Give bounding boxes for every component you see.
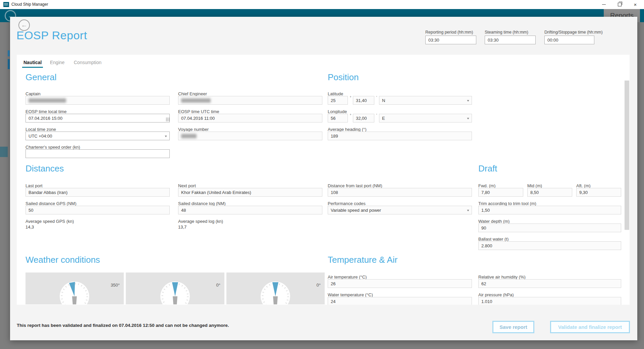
active-tab-indicator	[22, 67, 43, 68]
speed-order-label: Charterer's speed order (kn)	[25, 145, 80, 150]
avg-speed-log-label: Average speed log (kn)	[178, 219, 223, 224]
reporting-period-label: Reporting period (hh:mm)	[425, 30, 473, 35]
draft-mid-input[interactable]	[527, 188, 572, 197]
gauge-value: 350°	[111, 283, 120, 288]
reporting-period-input[interactable]	[425, 36, 476, 44]
performance-codes-value: Variable speed and power	[331, 208, 381, 213]
close-button[interactable]: ×	[628, 0, 643, 9]
distance-last-port-input[interactable]	[328, 188, 472, 197]
timezone-label: Local time zone	[25, 127, 56, 132]
tab-nautical[interactable]: Nautical	[23, 60, 42, 65]
save-report-button[interactable]: Save report	[492, 321, 534, 333]
latitude-min-input[interactable]	[353, 96, 374, 105]
wave-direction-gauge[interactable]: 0°	[126, 272, 224, 304]
latitude-deg-input[interactable]	[328, 96, 348, 105]
restore-button[interactable]	[612, 0, 627, 9]
ballast-label: Ballast water (t)	[478, 237, 508, 242]
air-temp-input[interactable]	[328, 279, 472, 288]
heading-label: Average heading (°)	[328, 127, 367, 132]
section-title-draft: Draft	[478, 163, 497, 174]
longitude-min-input[interactable]	[353, 114, 374, 122]
longitude-label: Longitude	[328, 109, 347, 114]
humidity-label: Relative air humidity (%)	[478, 275, 526, 280]
minute-symbol: '	[376, 113, 377, 117]
longitude-hemisphere-select[interactable]: E ▾	[379, 114, 472, 122]
page-title: EOSP Report	[16, 29, 87, 42]
speed-order-input[interactable]	[25, 149, 170, 158]
background-sidebar-fragment	[8, 50, 10, 56]
tab-content-card: Nautical Engine Consumption General Capt…	[17, 55, 630, 305]
chief-engineer-field[interactable]	[178, 96, 322, 105]
drifting-time-input[interactable]	[544, 36, 594, 44]
timezone-select[interactable]: UTC +04:00 ▾	[25, 132, 170, 140]
draft-aft-label: Aft. (m)	[576, 183, 591, 188]
compass-gauge-graphic	[226, 272, 325, 304]
degree-symbol: °	[350, 95, 351, 99]
avg-speed-gps-label: Average speed GPS (kn)	[25, 219, 74, 224]
sailed-log-input[interactable]	[178, 206, 322, 214]
chevron-down-icon: ▾	[165, 134, 167, 138]
drifting-time-label: Drifting/Stoppage time (hh:mm)	[544, 30, 603, 35]
eosp-utc-label: EOSP time UTC time	[178, 109, 219, 114]
sailed-log-label: Sailed distance log (NM)	[178, 201, 226, 206]
voyage-label: Voyage number	[178, 127, 209, 132]
draft-fwd-label: Fwd. (m)	[478, 183, 495, 188]
latitude-label: Latitude	[328, 91, 343, 96]
tab-engine[interactable]: Engine	[50, 60, 65, 65]
background-sidebar-fragment	[0, 147, 8, 157]
minimize-button[interactable]	[596, 0, 611, 9]
section-title-distances: Distances	[25, 163, 64, 174]
background-sidebar-fragment	[8, 59, 10, 69]
close-icon: ×	[634, 2, 637, 7]
eosp-local-input[interactable]: 07.04.2016 15:00	[25, 114, 170, 122]
performance-codes-select[interactable]: Variable speed and power ▾	[328, 206, 472, 214]
swell-direction-gauge[interactable]: 0°	[226, 272, 325, 304]
redacted-value	[181, 134, 197, 138]
window-titlebar: Cloud Ship Manager ×	[0, 0, 644, 9]
air-temp-label: Air temperature (°C)	[328, 275, 367, 280]
longitude-deg-input[interactable]	[328, 114, 348, 122]
chevron-down-icon: ▾	[467, 208, 469, 212]
minimize-icon	[602, 4, 606, 5]
next-port-input[interactable]	[178, 188, 322, 197]
water-temp-input[interactable]	[328, 297, 472, 305]
last-port-input[interactable]	[25, 188, 170, 197]
timezone-value: UTC +04:00	[29, 134, 52, 139]
heading-input[interactable]	[328, 132, 472, 140]
section-title-general: General	[25, 72, 57, 83]
draft-fwd-input[interactable]	[478, 188, 523, 197]
trim-label: Trim according to trim tool (m)	[478, 201, 536, 206]
air-pressure-input[interactable]	[478, 297, 621, 305]
minute-symbol: '	[376, 95, 377, 99]
vertical-scrollbar-thumb[interactable]	[625, 81, 629, 230]
ballast-input[interactable]	[478, 241, 621, 250]
tab-consumption[interactable]: Consumption	[74, 60, 102, 65]
steaming-time-input[interactable]	[485, 36, 536, 44]
trim-input[interactable]	[478, 206, 621, 214]
sailed-gps-input[interactable]	[25, 206, 170, 214]
compass-gauge-graphic	[126, 272, 224, 304]
draft-mid-label: Mid (m)	[527, 183, 542, 188]
wind-direction-gauge[interactable]: 350°	[25, 272, 124, 304]
eosp-local-value: 07.04.2016 15:00	[29, 116, 62, 121]
captain-field[interactable]	[25, 96, 170, 105]
performance-codes-label: Performance codes	[328, 201, 366, 206]
humidity-input[interactable]	[478, 279, 621, 288]
draft-aft-input[interactable]	[576, 188, 621, 197]
section-title-position: Position	[328, 72, 359, 83]
voyage-field[interactable]	[178, 132, 322, 140]
water-depth-input[interactable]	[478, 223, 621, 232]
window-title: Cloud Ship Manager	[11, 2, 48, 7]
save-report-label: Save report	[499, 324, 527, 330]
validate-finalize-button[interactable]: Validate and finalize report	[550, 321, 630, 333]
screen: Cloud Ship Manager × Reports ← ← EOSP Re…	[0, 0, 644, 349]
validate-finalize-label: Validate and finalize report	[558, 324, 622, 330]
datepicker-grid-icon[interactable]	[166, 118, 167, 118]
redacted-value	[181, 98, 211, 103]
section-title-temperature: Temperature & Air	[328, 255, 397, 265]
gauge-value: 0°	[317, 283, 321, 288]
latitude-hemisphere-select[interactable]: N ▾	[379, 96, 472, 105]
last-port-label: Last port	[25, 183, 43, 188]
eosp-utc-input[interactable]	[178, 114, 322, 122]
chevron-down-icon: ▾	[467, 99, 469, 102]
